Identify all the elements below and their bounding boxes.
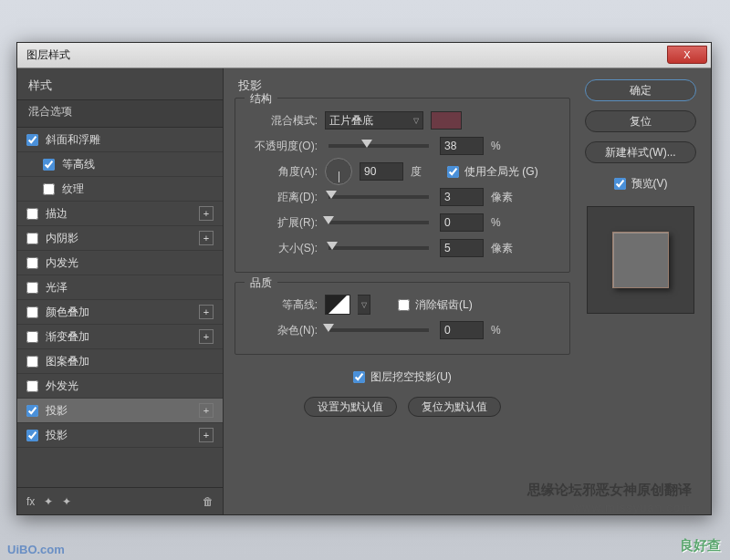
checkbox[interactable] bbox=[26, 405, 38, 417]
style-item-color-overlay[interactable]: 颜色叠加+ bbox=[17, 300, 223, 325]
spread-slider[interactable] bbox=[328, 221, 429, 224]
noise-unit: % bbox=[491, 324, 520, 337]
style-item-stroke[interactable]: 描边+ bbox=[17, 202, 223, 226]
angle-dial[interactable] bbox=[325, 158, 352, 185]
opacity-slider[interactable] bbox=[328, 144, 429, 148]
dialog-title: 图层样式 bbox=[26, 47, 70, 63]
add-icon[interactable]: + bbox=[199, 428, 214, 442]
slider-thumb[interactable] bbox=[326, 191, 337, 199]
checkbox[interactable] bbox=[26, 430, 38, 441]
uibo-watermark: UiBO.com bbox=[7, 543, 65, 556]
preview-check[interactable]: 预览(V) bbox=[614, 176, 668, 192]
size-input[interactable] bbox=[440, 239, 484, 257]
style-item-outer-glow[interactable]: 外发光 bbox=[17, 374, 223, 399]
style-label: 图案叠加 bbox=[46, 354, 89, 369]
ok-button[interactable]: 确定 bbox=[585, 79, 696, 101]
checkbox[interactable] bbox=[26, 306, 38, 318]
new-style-button[interactable]: 新建样式(W)... bbox=[585, 141, 696, 163]
add-icon[interactable]: + bbox=[199, 403, 214, 418]
spread-row: 扩展(R): % bbox=[246, 210, 558, 235]
fx-menu[interactable]: fx bbox=[26, 495, 35, 508]
color-swatch[interactable] bbox=[431, 111, 462, 130]
style-label: 等高线 bbox=[62, 157, 95, 172]
checkbox[interactable] bbox=[26, 356, 38, 368]
slider-thumb[interactable] bbox=[327, 242, 338, 250]
style-label: 内阴影 bbox=[46, 231, 78, 246]
add-icon[interactable]: + bbox=[199, 329, 214, 344]
preview-box bbox=[587, 206, 694, 314]
style-item-texture[interactable]: 纹理 bbox=[17, 177, 223, 202]
watermark: 思缘论坛邪恶女神原创翻译 www.missyuan.com bbox=[527, 482, 692, 514]
watermark-text: 思缘论坛邪恶女神原创翻译 bbox=[527, 482, 692, 497]
angle-input[interactable] bbox=[360, 162, 403, 181]
checkbox[interactable] bbox=[43, 183, 55, 195]
checkbox[interactable] bbox=[447, 166, 459, 178]
checkbox[interactable] bbox=[26, 282, 38, 294]
style-item-bevel[interactable]: 斜面和浮雕 bbox=[17, 128, 223, 152]
slider-thumb[interactable] bbox=[323, 216, 334, 224]
check-label: 使用全局光 (G) bbox=[464, 164, 538, 180]
add-icon[interactable]: + bbox=[199, 305, 214, 319]
contour-picker[interactable] bbox=[325, 295, 350, 315]
move-up-icon[interactable]: ✦ bbox=[44, 495, 53, 508]
reset-default-button[interactable]: 复位为默认值 bbox=[408, 397, 501, 417]
style-item-inner-glow[interactable]: 内发光 bbox=[17, 251, 223, 275]
contour-row: 等高线: ▽ 消除锯齿(L) bbox=[246, 292, 558, 317]
distance-input[interactable] bbox=[440, 188, 484, 206]
checkbox[interactable] bbox=[26, 208, 38, 220]
antialias-check[interactable]: 消除锯齿(L) bbox=[398, 297, 473, 313]
move-down-icon[interactable]: ✦ bbox=[62, 495, 71, 508]
structure-fieldset: 结构 混合模式: 正片叠底▽ 不透明度(O): % 角度(A): bbox=[235, 98, 570, 273]
checkbox[interactable] bbox=[26, 233, 38, 244]
add-icon[interactable]: + bbox=[199, 206, 214, 221]
style-label: 投影 bbox=[46, 403, 68, 419]
blend-mode-select[interactable]: 正片叠底▽ bbox=[325, 111, 423, 130]
style-item-gradient-overlay[interactable]: 渐变叠加+ bbox=[17, 325, 223, 349]
noise-input[interactable] bbox=[440, 321, 484, 339]
checkbox[interactable] bbox=[614, 178, 626, 190]
make-default-button[interactable]: 设置为默认值 bbox=[304, 397, 397, 417]
checkbox[interactable] bbox=[26, 257, 38, 269]
preview-thumbnail bbox=[612, 232, 669, 288]
checkbox[interactable] bbox=[26, 380, 38, 392]
checkbox[interactable] bbox=[353, 371, 365, 383]
style-item-pattern-overlay[interactable]: 图案叠加 bbox=[17, 349, 223, 374]
close-button[interactable]: X bbox=[667, 46, 707, 64]
knockout-check[interactable]: 图层挖空投影(U) bbox=[353, 369, 452, 385]
styles-sidebar: 样式 混合选项 斜面和浮雕 等高线 纹理 描边+ 内阴影+ 内发光 光泽 颜色叠… bbox=[17, 68, 224, 514]
slider-thumb[interactable] bbox=[323, 324, 334, 332]
slider-thumb[interactable] bbox=[361, 140, 372, 148]
spread-label: 扩展(R): bbox=[246, 215, 318, 231]
trash-icon[interactable]: 🗑 bbox=[203, 495, 214, 508]
opacity-input[interactable] bbox=[440, 137, 484, 155]
chevron-down-icon: ▽ bbox=[413, 117, 419, 125]
chevron-down-icon[interactable]: ▽ bbox=[358, 295, 370, 315]
style-label: 纹理 bbox=[62, 181, 84, 197]
titlebar[interactable]: 图层样式 X bbox=[17, 43, 711, 68]
checkbox[interactable] bbox=[26, 331, 38, 343]
checkbox[interactable] bbox=[398, 299, 410, 311]
noise-slider[interactable] bbox=[328, 328, 429, 332]
angle-label: 角度(A): bbox=[246, 164, 318, 180]
size-unit: 像素 bbox=[491, 241, 520, 256]
style-label: 投影 bbox=[46, 428, 68, 443]
distance-slider[interactable] bbox=[328, 195, 429, 199]
knockout-row: 图层挖空投影(U) bbox=[235, 364, 570, 389]
style-item-satin[interactable]: 光泽 bbox=[17, 275, 223, 300]
check-label: 消除锯齿(L) bbox=[415, 297, 473, 313]
style-item-drop-shadow[interactable]: 投影+ bbox=[17, 399, 223, 423]
style-item-drop-shadow-2[interactable]: 投影+ bbox=[17, 423, 223, 448]
opacity-unit: % bbox=[491, 140, 520, 152]
cancel-button[interactable]: 复位 bbox=[585, 110, 696, 132]
checkbox[interactable] bbox=[26, 134, 38, 146]
size-slider[interactable] bbox=[328, 246, 429, 250]
style-item-inner-shadow[interactable]: 内阴影+ bbox=[17, 226, 223, 251]
spread-input[interactable] bbox=[440, 213, 484, 232]
size-row: 大小(S): 像素 bbox=[246, 235, 558, 261]
style-item-contour[interactable]: 等高线 bbox=[17, 152, 223, 177]
global-light-check[interactable]: 使用全局光 (G) bbox=[447, 164, 538, 180]
blend-options-item[interactable]: 混合选项 bbox=[17, 99, 223, 128]
add-icon[interactable]: + bbox=[199, 231, 214, 245]
quality-legend: 品质 bbox=[245, 275, 277, 291]
checkbox[interactable] bbox=[43, 159, 55, 171]
